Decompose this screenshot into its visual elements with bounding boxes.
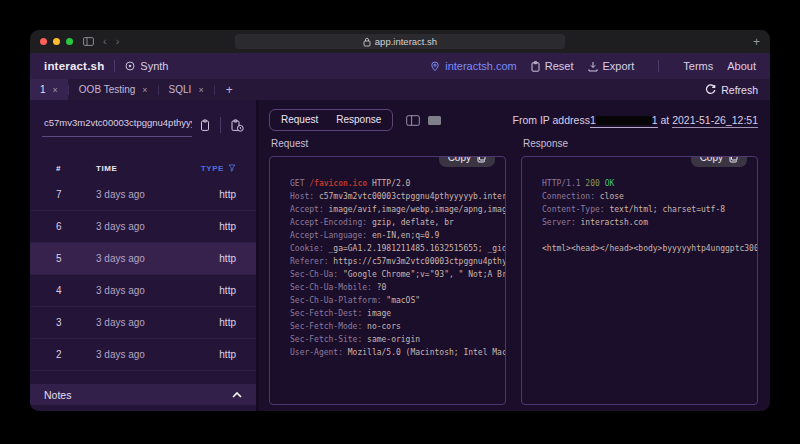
request-panel-box: Copy GET /favicon.ico HTTP/2.0Host: c57m… <box>269 156 506 405</box>
tab-oob-testing[interactable]: OOB Testing × <box>69 79 158 100</box>
sidebar: c57mv3m2vtc00003ctpggnu4pthyyyyyb.inter.… <box>30 100 259 411</box>
minimize-window-button[interactable] <box>53 38 60 45</box>
row-num: 2 <box>56 349 96 360</box>
interaction-url-row: c57mv3m2vtc00003ctpggnu4pthyyyyyb.inter.… <box>42 113 244 137</box>
from-prefix: From IP address <box>512 114 589 126</box>
address-bar[interactable]: app.interact.sh <box>235 34 565 49</box>
forward-button[interactable]: › <box>116 36 120 47</box>
table-row[interactable]: 4 3 days ago http <box>30 275 256 307</box>
notes-label: Notes <box>44 389 71 401</box>
add-tab-button[interactable]: + <box>215 79 244 100</box>
copy-label: Copy <box>700 156 723 163</box>
export-button[interactable]: Export <box>588 60 635 72</box>
table-row[interactable]: 6 3 days ago http <box>30 211 256 243</box>
row-time: 3 days ago <box>96 349 184 360</box>
row-type: http <box>184 253 236 264</box>
request-response-switch: Request Response <box>269 109 393 131</box>
reset-button[interactable]: Reset <box>531 60 574 72</box>
tab-label: OOB Testing <box>79 84 136 95</box>
from-ip-status: From IP address11 at 2021-51-26_12:51 <box>512 114 758 126</box>
back-button[interactable]: ‹ <box>103 36 107 47</box>
host-link-label: interactsh.com <box>445 60 517 72</box>
tab-label: 1 <box>40 84 46 95</box>
tab-close-icon[interactable]: × <box>198 85 203 95</box>
lock-icon <box>363 37 371 47</box>
browser-chrome: ‹ › app.interact.sh + <box>30 30 770 53</box>
circle-dot-icon <box>125 61 135 71</box>
refresh-label: Refresh <box>721 84 758 96</box>
tab-close-icon[interactable]: × <box>53 85 58 95</box>
host-selector-link[interactable]: interactsh.com <box>430 60 517 72</box>
session-tab-bar: 1 × OOB Testing × SQLI × + Refresh <box>30 79 770 100</box>
response-panel-title: Response <box>523 138 758 149</box>
tab-1[interactable]: 1 × <box>30 79 68 100</box>
copy-url-icon[interactable] <box>200 119 210 132</box>
response-panel-box: Copy HTTP/1.1 200 OKConnection: closeCon… <box>521 156 758 405</box>
browser-new-tab-button[interactable]: + <box>753 35 760 49</box>
table-row[interactable]: 3 3 days ago http <box>30 307 256 339</box>
synth-label: Synth <box>140 60 168 72</box>
interactions-table-header: # TIME TYPE <box>30 157 256 179</box>
tab-close-icon[interactable]: × <box>142 85 147 95</box>
response-tab-button[interactable]: Response <box>327 110 390 130</box>
row-type: http <box>184 285 236 296</box>
export-label: Export <box>603 60 635 72</box>
about-link[interactable]: About <box>727 60 756 72</box>
filter-funnel-icon[interactable] <box>228 164 236 172</box>
clipboard-icon <box>531 61 540 72</box>
table-row[interactable]: 7 3 days ago http <box>30 179 256 211</box>
location-pin-icon <box>430 61 440 72</box>
zoom-window-button[interactable] <box>66 38 73 45</box>
request-panel-title: Request <box>271 138 506 149</box>
download-icon <box>588 61 598 72</box>
divider <box>114 60 115 72</box>
split-view-icon[interactable] <box>406 115 420 126</box>
detail-toolbar: Request Response From IP address11 at 20… <box>269 108 758 132</box>
table-row-selected[interactable]: 5 3 days ago http <box>30 243 256 275</box>
window-controls <box>40 38 73 45</box>
tab-sqli[interactable]: SQLI × <box>159 79 214 100</box>
table-row[interactable]: 2 3 days ago http <box>30 339 256 371</box>
detail-pane: Request Response From IP address11 at 20… <box>259 100 770 411</box>
divider <box>220 117 221 133</box>
copy-response-button[interactable]: Copy <box>691 156 747 167</box>
row-time: 3 days ago <box>96 285 184 296</box>
redacted-ip <box>596 116 652 125</box>
response-panel: Response Copy HTTP/1.1 200 OKConnection:… <box>521 138 758 405</box>
interaction-url-field[interactable]: c57mv3m2vtc00003ctpggnu4pthyyyyyb.inter.… <box>42 113 192 137</box>
theme-synth-toggle[interactable]: Synth <box>125 60 168 72</box>
terms-link[interactable]: Terms <box>683 60 713 72</box>
request-raw-text: GET /favicon.ico HTTP/2.0Host: c57mv3m2v… <box>270 157 505 404</box>
notes-panel-toggle[interactable]: Notes <box>30 384 256 405</box>
chevron-up-icon[interactable] <box>232 392 242 398</box>
divider <box>658 60 659 72</box>
app-header: interact.sh Synth interactsh.com <box>30 53 770 79</box>
clipboard-clock-icon[interactable] <box>231 119 244 132</box>
row-time: 3 days ago <box>96 189 184 200</box>
row-type: http <box>184 349 236 360</box>
response-raw-text: HTTP/1.1 200 OKConnection: closeContent-… <box>522 157 757 404</box>
request-panel: Request Copy GET /favicon.ico HTTP/2.0Ho… <box>269 138 506 405</box>
tab-label: SQLI <box>169 84 192 95</box>
refresh-icon <box>705 84 716 95</box>
row-time: 3 days ago <box>96 317 184 328</box>
row-type: http <box>184 317 236 328</box>
copy-label: Copy <box>448 156 471 163</box>
at-text: at <box>658 114 673 126</box>
list-view-icon[interactable] <box>428 116 441 125</box>
sidebar-toggle-icon[interactable] <box>83 37 94 46</box>
row-type: http <box>184 221 236 232</box>
column-header-time[interactable]: TIME <box>96 164 184 173</box>
row-num: 3 <box>56 317 96 328</box>
column-header-type[interactable]: TYPE <box>184 164 236 173</box>
close-window-button[interactable] <box>40 38 47 45</box>
row-time: 3 days ago <box>96 221 184 232</box>
app-logo: interact.sh <box>44 60 104 72</box>
refresh-button[interactable]: Refresh <box>693 79 770 100</box>
row-time: 3 days ago <box>96 253 184 264</box>
request-tab-button[interactable]: Request <box>272 110 327 130</box>
column-header-num[interactable]: # <box>56 164 96 173</box>
row-type: http <box>184 189 236 200</box>
type-label: TYPE <box>201 164 224 173</box>
copy-request-button[interactable]: Copy <box>439 156 495 167</box>
